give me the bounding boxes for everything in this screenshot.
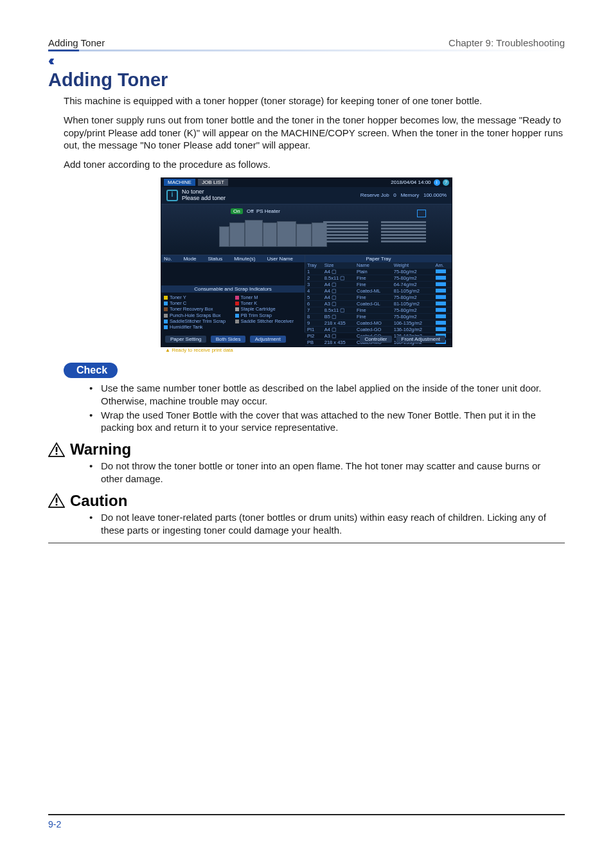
paper-stack-icon: [323, 221, 368, 251]
intro-paragraph-2: When toner supply runs out from toner bo…: [64, 114, 565, 152]
consumable-dot-icon: [235, 307, 239, 311]
consumable-dot-icon: [164, 296, 168, 300]
panel-tab-machine: MACHINE: [164, 179, 195, 186]
consumable-item: SaddleStitcher Trim Scrap: [164, 318, 231, 324]
heater-label: PS Heater: [256, 208, 280, 214]
panel-btn-controller: Controller: [360, 336, 393, 343]
list-item: Wrap the used Toner Bottle with the cove…: [89, 409, 565, 435]
decor-bracket-icon: ‹‹‹: [48, 53, 51, 69]
paper-tray-row: 28.5x11 ▢Fine75-80g/m2: [305, 275, 452, 281]
panel-btn-paper: Paper Setting: [165, 336, 206, 343]
caution-icon: [48, 493, 65, 508]
paper-tray-header: Paper Tray: [305, 255, 452, 262]
consumable-item: Toner Y: [164, 294, 231, 300]
consumable-item: Humidifier Tank: [164, 324, 231, 330]
warning-list: Do not throw the toner bottle or toner i…: [89, 460, 565, 485]
consumable-dot-icon: [164, 314, 168, 318]
svg-rect-1: [56, 447, 58, 452]
paper-tray-row: PI1A4 ▢Coated-GO136-162g/m2: [305, 326, 452, 332]
svg-rect-4: [56, 498, 58, 503]
svg-rect-2: [56, 453, 58, 455]
paper-tray-row: 3A4 ▢Fine64-74g/m2: [305, 281, 452, 287]
intro-paragraph-3: Add toner according to the procedure as …: [64, 158, 565, 171]
machine-illustration: [219, 217, 328, 249]
paper-tray-row: 1A4 ▢Plain75-80g/m2: [305, 268, 452, 275]
panel-btn-front-adj: Front Adjustment: [396, 336, 445, 343]
page-title: Adding Toner: [48, 69, 565, 91]
job-section-header: No. Mode Status Minute(s) User Name: [161, 255, 305, 262]
check-badge: Check: [64, 363, 118, 378]
header-left: Adding Toner: [48, 37, 105, 48]
consumable-dot-icon: [164, 307, 168, 311]
consumables-grid: Toner YToner MToner CToner KToner Recove…: [161, 293, 305, 332]
panel-msg-line2: Please add toner: [182, 195, 226, 202]
svg-rect-5: [56, 504, 58, 506]
panel-reserve-label: Reserve Job: [360, 192, 389, 198]
list-item: Do not throw the toner bottle or toner i…: [89, 460, 565, 485]
panel-footer-note: ▲ Ready to receive print data: [161, 347, 452, 354]
alert-icon: i: [166, 190, 178, 201]
paper-tray-row: 5A4 ▢Fine75-80g/m2: [305, 294, 452, 300]
list-item: Use the same number toner bottle as desc…: [89, 382, 565, 408]
paper-tray-row: 9218 x 435Coated-MO106-135g/m2: [305, 320, 452, 326]
paper-tray-row: 78.5x11 ▢Fine75-80g/m2: [305, 307, 452, 313]
consumable-dot-icon: [235, 296, 239, 300]
consumables-header: Consumable and Scrap Indicators: [161, 285, 305, 293]
heater-off: Off: [247, 208, 254, 214]
consumable-item: Saddle Stitcher Receiver: [235, 318, 303, 324]
paper-tray-row: 4A4 ▢Coated-ML81-105g/m2: [305, 287, 452, 294]
warning-title: Warning: [70, 440, 131, 458]
check-list: Use the same number toner bottle as desc…: [89, 382, 565, 434]
header-right: Chapter 9: Troubleshooting: [449, 37, 565, 48]
paper-stack-icon: [381, 221, 426, 251]
consumable-item: Toner C: [164, 300, 231, 306]
section-end-rule: [48, 543, 565, 543]
caution-title: Caution: [70, 492, 127, 510]
paper-tray-table: Tray Size Name Weight Am. 1A4 ▢Plain75-8…: [305, 262, 452, 346]
caution-list: Do not leave toner-related parts (toner …: [89, 511, 565, 537]
consumable-item: PB Trim Scrap: [235, 312, 303, 318]
tray-icon: [417, 210, 426, 217]
consumable-item: Toner M: [235, 294, 303, 300]
machine-panel-screenshot: MACHINE JOB LIST 2018/04/04 14:00 i ? i …: [161, 177, 452, 347]
page-number: 9-2: [48, 819, 565, 829]
footer-rule: [48, 814, 565, 815]
paper-tray-row: 8B5 ▢Fine75-80g/m2: [305, 313, 452, 320]
consumable-dot-icon: [235, 302, 239, 305]
consumable-item: Toner K: [235, 300, 303, 306]
warning-icon: [48, 442, 65, 457]
consumable-dot-icon: [235, 320, 239, 323]
consumable-item: Punch-Hole Scraps Box: [164, 312, 231, 318]
consumable-dot-icon: [164, 325, 168, 329]
panel-memory-label: Memory: [400, 192, 419, 198]
panel-tab-joblist: JOB LIST: [198, 179, 228, 186]
header-rule: [48, 50, 565, 51]
consumable-dot-icon: [235, 314, 239, 318]
info-icon: i: [434, 179, 440, 186]
consumable-item: Toner Recovery Box: [164, 306, 231, 312]
list-item: Do not leave toner-related parts (toner …: [89, 511, 565, 537]
consumable-item: Staple Cartridge: [235, 306, 303, 312]
panel-datetime: 2018/04/04 14:00: [391, 179, 431, 185]
panel-btn-adjustment: Adjustment: [250, 336, 286, 343]
job-list-empty: [161, 262, 305, 285]
heater-on: On: [231, 208, 243, 214]
help-icon: ?: [443, 179, 449, 186]
intro-paragraph-1: This machine is equipped with a toner ho…: [64, 95, 565, 107]
consumable-dot-icon: [164, 302, 168, 305]
panel-memory-value: 100.000%: [423, 192, 447, 198]
panel-reserve-value: 0: [393, 192, 396, 198]
consumable-dot-icon: [164, 320, 168, 323]
paper-tray-row: 6A3 ▢Coated-GL81-105g/m2: [305, 300, 452, 307]
panel-btn-bothsides: Both Sides: [211, 336, 246, 343]
